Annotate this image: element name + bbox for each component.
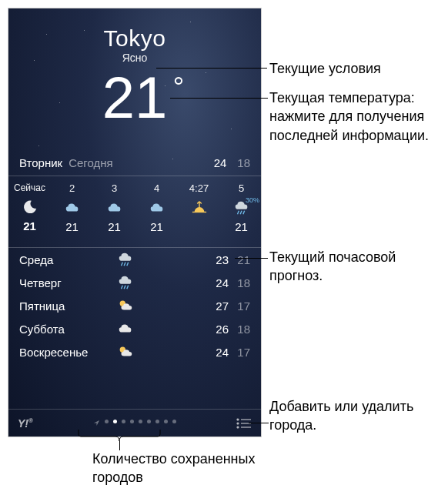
weather-condition: Ясно — [8, 52, 261, 64]
day-name: Воскресенье — [19, 346, 112, 359]
pager-dot[interactable] — [155, 420, 159, 423]
today-hi: 24 — [214, 156, 227, 169]
svg-line-12 — [127, 286, 129, 289]
cloud-icon — [135, 197, 178, 219]
current-temperature[interactable]: 21° — [102, 70, 168, 125]
city-name: Tokyo — [8, 25, 261, 52]
day-lo: 18 — [229, 276, 250, 289]
hour-time: 2 — [51, 182, 93, 194]
callout-line — [156, 68, 267, 69]
day-lo: 17 — [229, 346, 250, 359]
day-hi: 26 — [207, 323, 229, 336]
weather-screen: Tokyo Ясно 21° Вторник Сегодня 24 18 Сей… — [8, 8, 262, 437]
day-name: Среда — [19, 253, 112, 266]
cloud-icon — [93, 197, 135, 219]
moon-icon — [8, 196, 51, 218]
svg-line-3 — [242, 211, 244, 215]
location-arrow-icon — [93, 420, 100, 426]
svg-line-2 — [240, 211, 242, 215]
cloud-icon — [51, 197, 93, 219]
hourly-column: 3 21 — [93, 182, 135, 233]
pager-dot[interactable] — [105, 420, 109, 423]
pager-dot[interactable] — [122, 420, 125, 423]
svg-line-8 — [124, 263, 125, 266]
callout-hourly: Текущий почасовой прогноз. — [269, 248, 439, 286]
hour-time: 4:27 — [178, 182, 220, 194]
svg-line-7 — [122, 263, 123, 266]
today-lo: 18 — [237, 156, 250, 169]
svg-point-19 — [237, 426, 239, 428]
pager-dot[interactable] — [147, 420, 151, 423]
today-day: Вторник — [19, 156, 62, 169]
hour-time: 5 — [220, 182, 262, 194]
callout-line — [170, 98, 268, 99]
daily-row: Среда 23 21 — [8, 248, 261, 271]
day-lo: 18 — [229, 323, 250, 336]
daily-row: Пятница 27 17 — [8, 294, 261, 317]
hourly-column: 4 21 — [135, 182, 178, 233]
pager-dot[interactable] — [164, 420, 168, 423]
temp-value: 21 — [102, 65, 168, 130]
hour-temp: 21 — [135, 220, 178, 233]
day-lo: 17 — [229, 299, 250, 313]
page-indicator[interactable] — [33, 420, 236, 426]
day-name: Суббота — [19, 323, 112, 336]
callout-cities: Добавить или удалить города. — [269, 397, 431, 435]
hourly-column: 2 21 — [51, 182, 93, 233]
city-header: Tokyo Ясно — [8, 8, 261, 64]
hourly-column: 5 30% 21 — [220, 182, 262, 233]
yahoo-logo[interactable]: Y!® — [18, 417, 33, 430]
hour-time: 4 — [135, 182, 178, 194]
hourly-forecast[interactable]: Сейчас 21 2 21 3 21 4 21 4:27 5 30% 21 3… — [8, 176, 261, 241]
today-row: Вторник Сегодня 24 18 — [8, 156, 261, 169]
day-name: Четверг — [19, 276, 112, 289]
day-name: Пятница — [19, 299, 112, 313]
svg-line-10 — [122, 286, 123, 289]
callout-saved: Количество сохраненных городов — [92, 450, 262, 485]
callout-line — [249, 423, 269, 423]
hour-temp: 21 — [51, 220, 93, 233]
day-lo: 21 — [229, 253, 250, 266]
sunrise-icon — [178, 197, 220, 219]
svg-line-1 — [237, 211, 239, 215]
daily-forecast[interactable]: Среда 23 21 Четверг 24 18 Пятница 27 17 … — [8, 248, 261, 363]
hour-time: Сейчас — [8, 182, 51, 193]
callout-temperature: Текущая температура: нажмите для получен… — [269, 89, 431, 145]
hour-temp: 21 — [220, 220, 262, 233]
rain-icon — [112, 251, 139, 268]
daily-row: Суббота 26 18 — [8, 317, 261, 340]
day-hi: 27 — [207, 299, 229, 313]
pager-dot[interactable] — [130, 420, 134, 423]
svg-point-17 — [237, 423, 239, 424]
partly-cloudy-icon — [112, 343, 139, 360]
hour-time: 3 — [93, 182, 135, 194]
cloudy-icon — [112, 320, 139, 337]
pager-dot[interactable] — [139, 420, 142, 423]
day-hi: 24 — [207, 346, 229, 359]
rain-icon — [112, 274, 139, 291]
callout-line — [235, 258, 268, 259]
today-label: Сегодня — [69, 156, 113, 169]
daily-row: Воскресенье 24 17 — [8, 340, 261, 363]
pager-dot[interactable] — [113, 420, 117, 423]
callout-conditions: Текущие условия — [269, 59, 381, 78]
svg-line-9 — [127, 263, 129, 266]
precip-chance: 30% — [246, 196, 259, 204]
pager-dot[interactable] — [172, 420, 176, 423]
partly-cloudy-icon — [112, 297, 139, 314]
svg-line-11 — [124, 286, 125, 289]
hour-temp: 21 — [93, 220, 135, 233]
daily-row: Четверг 24 18 — [8, 271, 261, 294]
hourly-column: 4:27 — [178, 182, 220, 233]
day-hi: 23 — [207, 253, 229, 266]
day-hi: 24 — [207, 276, 229, 289]
hourly-column: Сейчас 21 — [8, 182, 51, 233]
hour-temp: 21 — [8, 219, 51, 232]
svg-point-15 — [237, 419, 239, 420]
